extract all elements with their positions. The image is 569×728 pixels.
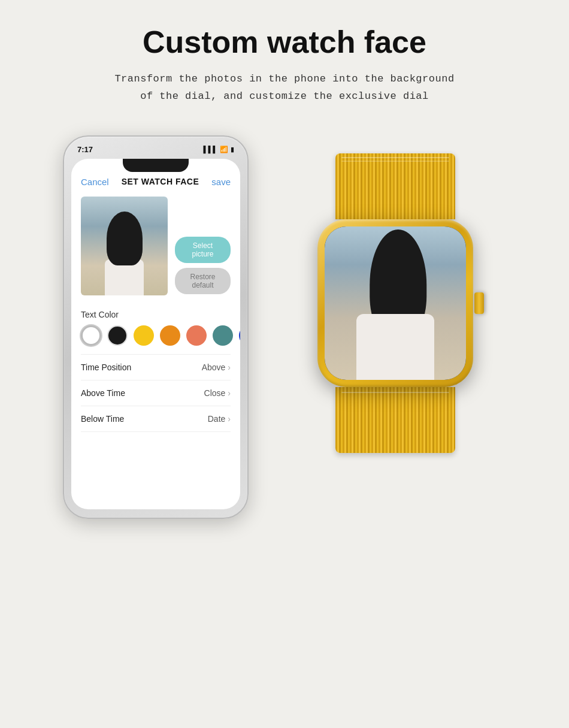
photo-person-figure	[98, 212, 152, 295]
text-color-section: Text Color	[81, 310, 231, 346]
phone-screen: Cancel SET WATCH FACE save Select pictur…	[71, 159, 240, 509]
app-title: SET WATCH FACE	[122, 177, 199, 186]
person-hair	[107, 212, 143, 265]
setting-label: Below Time	[81, 414, 124, 424]
watch-band-bottom	[335, 387, 455, 453]
page-subtitle: Transform the photos in the phone into t…	[114, 71, 454, 105]
setting-value: Above ›	[202, 363, 231, 372]
color-circle-blue[interactable]	[239, 325, 240, 346]
setting-value: Close ›	[204, 388, 231, 398]
devices-row: 7:17 ▌▌▌ 📶 ▮ Cancel SET WATCH FACE save	[18, 135, 551, 519]
color-picker	[81, 325, 231, 346]
restore-default-button[interactable]: Restore default	[175, 268, 231, 294]
watch-case	[317, 219, 473, 387]
action-buttons: Select picture Restore default	[175, 237, 231, 294]
battery-icon: ▮	[231, 146, 234, 153]
select-picture-button[interactable]: Select picture	[175, 237, 231, 263]
settings-list: Time Position Above › Above Time Close ›…	[81, 354, 231, 432]
color-circle-white[interactable]	[81, 325, 101, 346]
setting-label: Above Time	[81, 388, 125, 398]
page-title: Custom watch face	[143, 24, 426, 60]
setting-label: Time Position	[81, 363, 131, 372]
chevron-right-icon: ›	[228, 414, 231, 424]
text-color-label: Text Color	[81, 310, 231, 319]
watch-crown	[474, 292, 484, 314]
setting-value: Date ›	[208, 414, 231, 424]
phone-app-content: Cancel SET WATCH FACE save Select pictur…	[71, 159, 240, 509]
cancel-button[interactable]: Cancel	[81, 177, 109, 187]
watch-screen	[325, 226, 466, 380]
color-circle-orange[interactable]	[160, 325, 180, 346]
save-button[interactable]: save	[211, 177, 231, 187]
watch-person-body	[356, 314, 434, 380]
phone-notch	[123, 159, 189, 172]
phone-status-icons: ▌▌▌ 📶 ▮	[204, 146, 234, 153]
app-header: Cancel SET WATCH FACE save	[81, 177, 231, 187]
smartwatch-device	[284, 153, 506, 501]
chevron-right-icon: ›	[228, 388, 231, 398]
wifi-icon: 📶	[220, 146, 228, 153]
photo-preview	[81, 197, 168, 295]
setting-row[interactable]: Above Time Close ›	[81, 380, 231, 406]
chevron-right-icon: ›	[228, 363, 231, 372]
phone-status-bar: 7:17 ▌▌▌ 📶 ▮	[71, 145, 240, 159]
signal-icon: ▌▌▌	[204, 146, 217, 153]
color-circle-teal[interactable]	[213, 325, 233, 346]
setting-row[interactable]: Time Position Above ›	[81, 355, 231, 380]
watch-band-top	[335, 153, 455, 219]
phone-device: 7:17 ▌▌▌ 📶 ▮ Cancel SET WATCH FACE save	[63, 135, 249, 519]
color-circle-peach[interactable]	[186, 325, 207, 346]
watch-screen-photo	[325, 226, 466, 380]
color-circle-black[interactable]	[107, 325, 128, 346]
color-circle-yellow[interactable]	[134, 325, 154, 346]
phone-time: 7:17	[77, 145, 93, 154]
setting-row[interactable]: Below Time Date ›	[81, 406, 231, 432]
